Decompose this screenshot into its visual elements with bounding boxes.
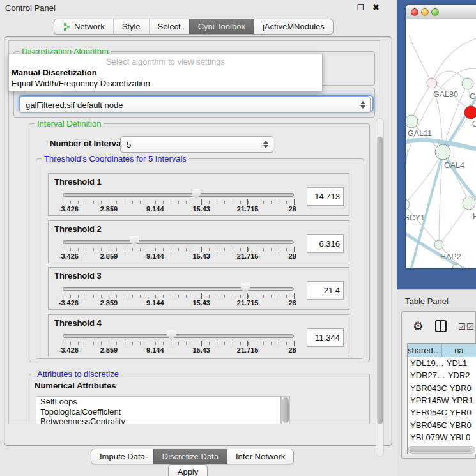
- network-edge-thick[interactable]: [411, 153, 443, 268]
- popup-item-equal-width-frequency-discretization[interactable]: Equal Width/Frequency Discretization: [9, 78, 322, 89]
- network-node-gal80[interactable]: [427, 78, 437, 88]
- checkbox-icon[interactable]: ☑: [466, 322, 474, 332]
- tab-label: Infer Network: [236, 452, 285, 461]
- threshold-value-field[interactable]: 21.4: [307, 281, 344, 300]
- apply-button[interactable]: Apply: [168, 464, 208, 476]
- slider-track[interactable]: [63, 334, 294, 338]
- attribute-item-selfloops[interactable]: SelfLoops: [36, 397, 280, 407]
- table-data-combo[interactable]: galFiltered.sif default node: [19, 96, 371, 113]
- threshold-slider[interactable]: -3.4262.8599.14415.4321.71528: [63, 191, 294, 213]
- thresholds-groupbox: Threshold's Coordinates for 5 Intervals …: [36, 158, 364, 359]
- network-window-titlebar[interactable]: [406, 5, 476, 19]
- network-window-frame: GAL80GACGAL11GAL4GCY1HHAP2: [397, 0, 476, 289]
- bottom-tab-infer-network[interactable]: Infer Network: [227, 449, 293, 464]
- attributes-scrollbar[interactable]: [281, 396, 290, 424]
- network-edge[interactable]: [439, 203, 469, 245]
- node-label: C: [472, 119, 476, 128]
- table-row[interactable]: YPR145WYPR1: [408, 394, 476, 406]
- slider-thumb[interactable]: [167, 330, 176, 341]
- network-window: GAL80GACGAL11GAL4GCY1HHAP2: [406, 5, 476, 268]
- bottom-tab-discretize-data[interactable]: Discretize Data: [153, 449, 227, 464]
- table-row[interactable]: YDL19…YDL1: [408, 357, 476, 369]
- attributes-group-title: Attributes to discretize: [35, 369, 121, 379]
- node-label: GAL4: [444, 161, 464, 170]
- threshold-label: Threshold 4: [54, 318, 102, 328]
- columns-icon[interactable]: [435, 320, 447, 332]
- tab-label: Network: [74, 22, 105, 31]
- slider-tick-labels: -3.4262.8599.14415.4321.71528: [63, 299, 294, 307]
- table-row[interactable]: YDR27…YDR2: [408, 369, 476, 381]
- cyni-toolbox-panel: Discretization Algorithm Table Data galF…: [4, 36, 392, 446]
- gear-icon[interactable]: ⚙: [413, 319, 424, 334]
- numerical-attributes-list[interactable]: SelfLoopsTopologicalCoefficientBetweenne…: [36, 396, 281, 424]
- network-node-h[interactable]: [463, 197, 475, 210]
- slider-thumb[interactable]: [241, 283, 250, 293]
- table-row[interactable]: YBR045CYBR0: [408, 418, 476, 431]
- threshold-value-field[interactable]: 6.316: [307, 234, 344, 253]
- cell-name: YPR1: [449, 395, 476, 405]
- table-toolbar: ⚙ ☑ ☑: [402, 312, 475, 341]
- close-traffic-light-icon[interactable]: [411, 8, 418, 16]
- threshold-label: Threshold 2: [54, 224, 102, 234]
- tab-cyni-toolbox[interactable]: Cyni Toolbox: [189, 19, 254, 34]
- control-panel: Control Panel ❐ ✖ NetworkStyleSelectCyni…: [0, 0, 397, 476]
- node-label: H: [473, 212, 476, 221]
- node-label: GAL11: [408, 129, 432, 138]
- network-node-gal11[interactable]: [406, 115, 418, 128]
- tab-network[interactable]: Network: [54, 19, 113, 34]
- cell-shared-name: YBL079W: [408, 433, 448, 442]
- network-edge[interactable]: [409, 35, 432, 83]
- slider-track[interactable]: [63, 287, 294, 291]
- node-label: GAL80: [433, 90, 458, 99]
- network-edge[interactable]: [432, 38, 476, 83]
- tab-style[interactable]: Style: [113, 19, 149, 34]
- tab-jactivemnodules[interactable]: jActiveMNodules: [254, 19, 333, 34]
- cell-shared-name: YDR27…: [408, 371, 445, 380]
- slider-track[interactable]: [63, 193, 294, 197]
- column-header-2[interactable]: na: [442, 344, 476, 357]
- slider-ticks: [63, 341, 294, 346]
- popup-item-manual-discretization[interactable]: Manual Discretization: [9, 67, 322, 78]
- threshold-value-field[interactable]: 14.713: [307, 187, 344, 206]
- network-icon: [63, 22, 71, 31]
- tab-select[interactable]: Select: [149, 19, 189, 34]
- network-node-ga[interactable]: [462, 78, 473, 89]
- num-intervals-label: Number of Intervals: [50, 139, 128, 148]
- node-label: GA: [470, 92, 476, 101]
- network-node-hap2[interactable]: [434, 240, 443, 249]
- column-header-1[interactable]: shared…: [408, 344, 442, 357]
- cell-name: YDR2: [445, 371, 476, 380]
- attribute-item-topologicalcoefficient[interactable]: TopologicalCoefficient: [36, 407, 280, 417]
- threshold-slider[interactable]: -3.4262.8599.14415.4321.71528: [63, 238, 294, 260]
- table-row[interactable]: YBL079WYBL0: [408, 431, 476, 443]
- tab-label: Impute Data: [100, 452, 145, 461]
- panel-scrollbar[interactable]: [376, 118, 384, 457]
- zoom-traffic-light-icon[interactable]: [431, 8, 439, 16]
- slider-track[interactable]: [63, 240, 294, 244]
- network-canvas[interactable]: GAL80GACGAL11GAL4GCY1HHAP2: [406, 19, 476, 268]
- network-node-gal4[interactable]: [435, 144, 450, 160]
- threshold-slider[interactable]: -3.4262.8599.14415.4321.71528: [63, 332, 294, 354]
- close-window-icon[interactable]: ✖: [372, 3, 380, 12]
- table-row[interactable]: YER054CYER0: [408, 406, 476, 418]
- network-node-gcy1[interactable]: [406, 199, 410, 210]
- tab-label: Style: [122, 22, 141, 31]
- slider-thumb[interactable]: [192, 189, 201, 199]
- interval-definition-groupbox: Interval Definition Number of Intervals …: [29, 123, 370, 362]
- network-node-c[interactable]: [464, 106, 476, 119]
- checkbox-icon[interactable]: ☑: [458, 322, 466, 332]
- table-row[interactable]: YBR043CYBR0: [408, 382, 476, 394]
- interval-group-title: Interval Definition: [35, 119, 104, 128]
- bottom-tab-impute-data[interactable]: Impute Data: [91, 449, 153, 464]
- threshold-slider[interactable]: -3.4262.8599.14415.4321.71528: [63, 285, 294, 307]
- float-window-icon[interactable]: ❐: [357, 3, 364, 12]
- num-intervals-combo[interactable]: 5: [120, 136, 273, 153]
- threshold-value-field[interactable]: 11.344: [307, 328, 344, 347]
- network-edge-thick[interactable]: [443, 152, 476, 201]
- slider-thumb[interactable]: [130, 236, 139, 247]
- bottom-tabstrip: Impute DataDiscretize DataInfer Network: [91, 449, 294, 464]
- table-panel: Table Panel ⚙ ☑ ☑ shared…na YDL19…YDL1YD…: [397, 289, 476, 476]
- table-hscrollbar[interactable]: [408, 446, 475, 454]
- attribute-item-betweennesscentrality[interactable]: BetweennessCentrality: [36, 417, 280, 424]
- minimize-traffic-light-icon[interactable]: [421, 8, 429, 16]
